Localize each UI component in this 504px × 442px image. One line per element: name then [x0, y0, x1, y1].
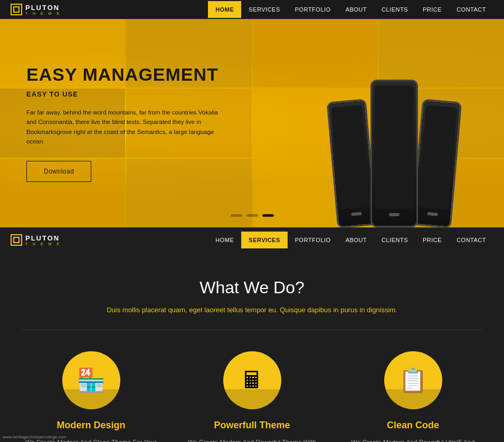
second-nav-price[interactable]: PRICE [415, 232, 449, 248]
service-item-2: 🖩 Powerfull Theme We Create Modern And P… [182, 351, 322, 442]
logo-sub-text: T H E M E [25, 12, 61, 15]
services-subtitle: Duis mollis placerat quam, eget laoreet … [21, 306, 483, 330]
nav-link-price[interactable]: PRICE [415, 1, 449, 18]
second-logo-sub: T H E M E [25, 242, 61, 246]
service-name-3: Clean Code [343, 420, 483, 431]
service-name-2: Powerfull Theme [182, 420, 322, 431]
phone-button-right [427, 212, 438, 216]
hero-section: EASY MANAGEMENT EASY TO USE Far far away… [0, 19, 504, 227]
top-nav-links: HOME SERVICES PORTFOLIO ABOUT CLIENTS PR… [208, 1, 493, 18]
second-nav-clients[interactable]: CLIENTS [374, 232, 415, 248]
nav-item-price[interactable]: PRICE [415, 1, 449, 18]
nav-link-home[interactable]: HOME [208, 1, 241, 18]
nav-link-contact[interactable]: CONTACT [449, 1, 493, 18]
nav-item-about[interactable]: ABOUT [338, 1, 374, 18]
phone-right [412, 99, 462, 227]
hero-phones-visual [327, 80, 462, 227]
second-nav-link-services[interactable]: SERVICES [241, 232, 287, 248]
watermark: www.heritagechristiancollege.com [3, 435, 66, 439]
dot-2[interactable] [246, 214, 258, 217]
services-section: What We Do? Duis mollis placerat quam, e… [0, 252, 504, 442]
top-navigation: PLUTON T H E M E HOME SERVICES PORTFOLIO… [0, 0, 504, 19]
second-logo-icon [11, 234, 22, 246]
phone-screen-center [375, 85, 414, 209]
second-navigation: PLUTON T H E M E HOME SERVICES PORTFOLIO… [0, 227, 504, 252]
logo: PLUTON T H E M E [11, 4, 61, 15]
nav-link-clients[interactable]: CLIENTS [374, 1, 415, 18]
service-desc-2: We Create Modern And Powerful Theme With… [182, 437, 322, 442]
logo-text: PLUTON T H E M E [25, 4, 61, 15]
second-nav-link-contact[interactable]: CONTACT [449, 232, 493, 248]
service-icon-circle-1: 🏪 [62, 351, 120, 409]
logo-icon [11, 4, 22, 15]
nav-item-clients[interactable]: CLIENTS [374, 1, 415, 18]
second-nav-link-portfolio[interactable]: PORTFOLIO [288, 232, 338, 248]
services-title: What We Do? [21, 278, 483, 297]
hero-dots [231, 214, 274, 217]
service-icon-document: 📋 [398, 367, 427, 394]
second-logo-main: PLUTON [25, 234, 61, 242]
service-icon-circle-2: 🖩 [223, 351, 281, 409]
second-logo-text: PLUTON T H E M E [25, 234, 61, 246]
second-nav-link-price[interactable]: PRICE [415, 232, 449, 248]
second-nav-services[interactable]: SERVICES [241, 232, 287, 248]
phone-button-center [389, 213, 400, 216]
service-desc-3: We Create Modern And Powerful Html5 And … [343, 437, 483, 442]
nav-link-services[interactable]: SERVICES [241, 1, 287, 18]
second-nav-link-home[interactable]: HOME [208, 232, 241, 248]
second-nav-home[interactable]: HOME [208, 232, 241, 248]
hero-cell-4 [379, 19, 504, 88]
phone-screen-left [331, 105, 372, 209]
hero-title: EASY MANAGEMENT [26, 64, 222, 85]
phone-button-left [351, 212, 362, 216]
logo-main-text: PLUTON [25, 4, 61, 12]
phone-screen-right [417, 105, 458, 209]
hero-cell-3 [253, 19, 378, 88]
second-nav-link-about[interactable]: ABOUT [338, 232, 374, 248]
services-grid: 🏪 Modern Design We Create Modern And Cle… [21, 351, 483, 442]
nav-item-services[interactable]: SERVICES [241, 1, 287, 18]
nav-item-contact[interactable]: CONTACT [449, 1, 493, 18]
nav-link-portfolio[interactable]: PORTFOLIO [288, 1, 338, 18]
phone-center [370, 80, 418, 227]
service-icon-store: 🏪 [77, 367, 106, 394]
download-button[interactable]: Download [26, 161, 91, 182]
nav-link-about[interactable]: ABOUT [338, 1, 374, 18]
hero-subtitle: EASY TO USE [26, 90, 222, 98]
service-name-1: Modern Design [21, 420, 161, 431]
dot-1[interactable] [231, 214, 242, 217]
service-item-1: 🏪 Modern Design We Create Modern And Cle… [21, 351, 161, 442]
service-item-3: 📋 Clean Code We Create Modern And Powerf… [343, 351, 483, 442]
hero-description: Far far away, behind the word mountains,… [26, 108, 222, 147]
second-nav-link-clients[interactable]: CLIENTS [374, 232, 415, 248]
hero-content: EASY MANAGEMENT EASY TO USE Far far away… [0, 64, 248, 182]
dot-3-active[interactable] [262, 214, 274, 217]
nav-item-home[interactable]: HOME [208, 1, 241, 18]
phones-group [327, 80, 462, 227]
second-nav-contact[interactable]: CONTACT [449, 232, 493, 248]
service-icon-circle-3: 📋 [384, 351, 442, 409]
service-icon-calculator: 🖩 [241, 367, 264, 393]
second-nav-links: HOME SERVICES PORTFOLIO ABOUT CLIENTS PR… [208, 232, 493, 248]
second-nav-portfolio[interactable]: PORTFOLIO [288, 232, 338, 248]
second-logo: PLUTON T H E M E [11, 234, 61, 246]
phone-left [327, 99, 377, 227]
nav-item-portfolio[interactable]: PORTFOLIO [288, 1, 338, 18]
second-nav-about[interactable]: ABOUT [338, 232, 374, 248]
